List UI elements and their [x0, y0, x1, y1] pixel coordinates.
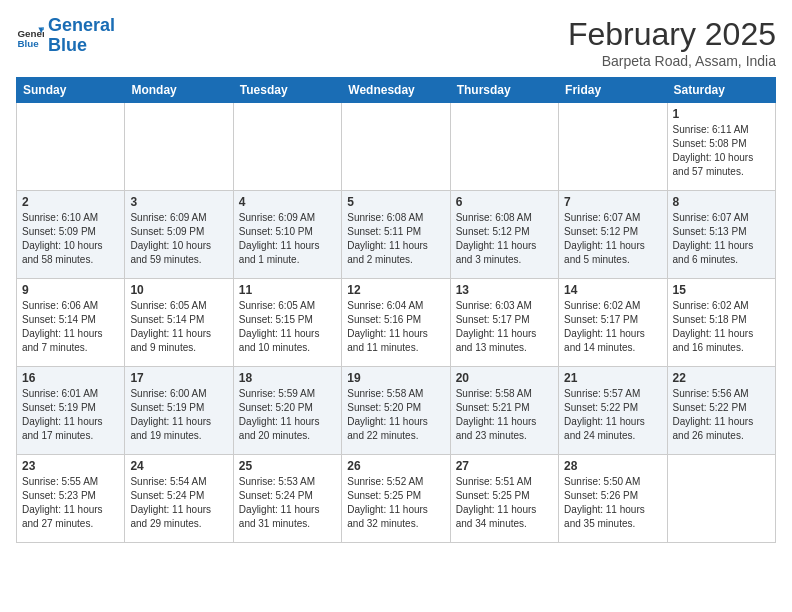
day-info: Sunrise: 5:57 AM Sunset: 5:22 PM Dayligh… [564, 387, 661, 443]
day-info: Sunrise: 5:54 AM Sunset: 5:24 PM Dayligh… [130, 475, 227, 531]
day-header-friday: Friday [559, 78, 667, 103]
day-cell: 8Sunrise: 6:07 AM Sunset: 5:13 PM Daylig… [667, 191, 775, 279]
day-cell: 19Sunrise: 5:58 AM Sunset: 5:20 PM Dayli… [342, 367, 450, 455]
day-header-wednesday: Wednesday [342, 78, 450, 103]
day-info: Sunrise: 6:09 AM Sunset: 5:09 PM Dayligh… [130, 211, 227, 267]
day-number: 25 [239, 459, 336, 473]
page-header: General Blue GeneralBlue February 2025 B… [16, 16, 776, 69]
day-header-monday: Monday [125, 78, 233, 103]
day-cell: 7Sunrise: 6:07 AM Sunset: 5:12 PM Daylig… [559, 191, 667, 279]
day-cell: 23Sunrise: 5:55 AM Sunset: 5:23 PM Dayli… [17, 455, 125, 543]
day-cell: 2Sunrise: 6:10 AM Sunset: 5:09 PM Daylig… [17, 191, 125, 279]
day-number: 17 [130, 371, 227, 385]
day-cell: 21Sunrise: 5:57 AM Sunset: 5:22 PM Dayli… [559, 367, 667, 455]
day-cell: 28Sunrise: 5:50 AM Sunset: 5:26 PM Dayli… [559, 455, 667, 543]
logo-icon: General Blue [16, 22, 44, 50]
svg-text:Blue: Blue [17, 38, 39, 49]
day-info: Sunrise: 6:05 AM Sunset: 5:14 PM Dayligh… [130, 299, 227, 355]
day-cell: 17Sunrise: 6:00 AM Sunset: 5:19 PM Dayli… [125, 367, 233, 455]
day-info: Sunrise: 6:01 AM Sunset: 5:19 PM Dayligh… [22, 387, 119, 443]
day-cell: 10Sunrise: 6:05 AM Sunset: 5:14 PM Dayli… [125, 279, 233, 367]
week-row-2: 2Sunrise: 6:10 AM Sunset: 5:09 PM Daylig… [17, 191, 776, 279]
calendar-body: 1Sunrise: 6:11 AM Sunset: 5:08 PM Daylig… [17, 103, 776, 543]
day-number: 11 [239, 283, 336, 297]
day-info: Sunrise: 6:10 AM Sunset: 5:09 PM Dayligh… [22, 211, 119, 267]
calendar-header-row: SundayMondayTuesdayWednesdayThursdayFrid… [17, 78, 776, 103]
day-info: Sunrise: 6:02 AM Sunset: 5:17 PM Dayligh… [564, 299, 661, 355]
day-header-tuesday: Tuesday [233, 78, 341, 103]
day-cell: 4Sunrise: 6:09 AM Sunset: 5:10 PM Daylig… [233, 191, 341, 279]
day-number: 14 [564, 283, 661, 297]
day-info: Sunrise: 6:05 AM Sunset: 5:15 PM Dayligh… [239, 299, 336, 355]
day-number: 8 [673, 195, 770, 209]
day-number: 19 [347, 371, 444, 385]
day-info: Sunrise: 6:06 AM Sunset: 5:14 PM Dayligh… [22, 299, 119, 355]
day-cell [342, 103, 450, 191]
day-cell [17, 103, 125, 191]
day-cell: 5Sunrise: 6:08 AM Sunset: 5:11 PM Daylig… [342, 191, 450, 279]
day-number: 12 [347, 283, 444, 297]
day-number: 20 [456, 371, 553, 385]
day-info: Sunrise: 6:03 AM Sunset: 5:17 PM Dayligh… [456, 299, 553, 355]
day-cell: 26Sunrise: 5:52 AM Sunset: 5:25 PM Dayli… [342, 455, 450, 543]
day-cell: 6Sunrise: 6:08 AM Sunset: 5:12 PM Daylig… [450, 191, 558, 279]
day-info: Sunrise: 6:04 AM Sunset: 5:16 PM Dayligh… [347, 299, 444, 355]
day-number: 23 [22, 459, 119, 473]
day-info: Sunrise: 5:52 AM Sunset: 5:25 PM Dayligh… [347, 475, 444, 531]
day-cell: 16Sunrise: 6:01 AM Sunset: 5:19 PM Dayli… [17, 367, 125, 455]
day-cell: 12Sunrise: 6:04 AM Sunset: 5:16 PM Dayli… [342, 279, 450, 367]
day-number: 22 [673, 371, 770, 385]
day-cell: 22Sunrise: 5:56 AM Sunset: 5:22 PM Dayli… [667, 367, 775, 455]
day-number: 1 [673, 107, 770, 121]
day-cell: 9Sunrise: 6:06 AM Sunset: 5:14 PM Daylig… [17, 279, 125, 367]
day-cell [233, 103, 341, 191]
day-info: Sunrise: 6:09 AM Sunset: 5:10 PM Dayligh… [239, 211, 336, 267]
day-cell: 15Sunrise: 6:02 AM Sunset: 5:18 PM Dayli… [667, 279, 775, 367]
day-cell: 27Sunrise: 5:51 AM Sunset: 5:25 PM Dayli… [450, 455, 558, 543]
day-cell: 14Sunrise: 6:02 AM Sunset: 5:17 PM Dayli… [559, 279, 667, 367]
day-info: Sunrise: 5:50 AM Sunset: 5:26 PM Dayligh… [564, 475, 661, 531]
day-info: Sunrise: 6:07 AM Sunset: 5:13 PM Dayligh… [673, 211, 770, 267]
day-info: Sunrise: 6:00 AM Sunset: 5:19 PM Dayligh… [130, 387, 227, 443]
day-number: 10 [130, 283, 227, 297]
day-info: Sunrise: 5:58 AM Sunset: 5:20 PM Dayligh… [347, 387, 444, 443]
day-number: 5 [347, 195, 444, 209]
day-cell [667, 455, 775, 543]
day-cell: 24Sunrise: 5:54 AM Sunset: 5:24 PM Dayli… [125, 455, 233, 543]
day-number: 26 [347, 459, 444, 473]
day-cell: 11Sunrise: 6:05 AM Sunset: 5:15 PM Dayli… [233, 279, 341, 367]
day-info: Sunrise: 6:07 AM Sunset: 5:12 PM Dayligh… [564, 211, 661, 267]
day-number: 28 [564, 459, 661, 473]
day-header-sunday: Sunday [17, 78, 125, 103]
day-number: 15 [673, 283, 770, 297]
week-row-5: 23Sunrise: 5:55 AM Sunset: 5:23 PM Dayli… [17, 455, 776, 543]
day-cell: 18Sunrise: 5:59 AM Sunset: 5:20 PM Dayli… [233, 367, 341, 455]
day-number: 4 [239, 195, 336, 209]
day-cell [450, 103, 558, 191]
week-row-3: 9Sunrise: 6:06 AM Sunset: 5:14 PM Daylig… [17, 279, 776, 367]
day-cell: 1Sunrise: 6:11 AM Sunset: 5:08 PM Daylig… [667, 103, 775, 191]
day-cell [125, 103, 233, 191]
day-info: Sunrise: 6:08 AM Sunset: 5:12 PM Dayligh… [456, 211, 553, 267]
day-info: Sunrise: 5:56 AM Sunset: 5:22 PM Dayligh… [673, 387, 770, 443]
location: Barpeta Road, Assam, India [568, 53, 776, 69]
calendar-table: SundayMondayTuesdayWednesdayThursdayFrid… [16, 77, 776, 543]
day-number: 27 [456, 459, 553, 473]
day-number: 21 [564, 371, 661, 385]
day-cell: 3Sunrise: 6:09 AM Sunset: 5:09 PM Daylig… [125, 191, 233, 279]
day-cell: 20Sunrise: 5:58 AM Sunset: 5:21 PM Dayli… [450, 367, 558, 455]
day-number: 18 [239, 371, 336, 385]
day-number: 16 [22, 371, 119, 385]
day-info: Sunrise: 6:11 AM Sunset: 5:08 PM Dayligh… [673, 123, 770, 179]
day-cell: 13Sunrise: 6:03 AM Sunset: 5:17 PM Dayli… [450, 279, 558, 367]
week-row-4: 16Sunrise: 6:01 AM Sunset: 5:19 PM Dayli… [17, 367, 776, 455]
day-number: 3 [130, 195, 227, 209]
day-cell [559, 103, 667, 191]
day-info: Sunrise: 5:55 AM Sunset: 5:23 PM Dayligh… [22, 475, 119, 531]
logo-text: GeneralBlue [48, 16, 115, 56]
day-number: 13 [456, 283, 553, 297]
day-info: Sunrise: 5:53 AM Sunset: 5:24 PM Dayligh… [239, 475, 336, 531]
title-block: February 2025 Barpeta Road, Assam, India [568, 16, 776, 69]
day-number: 7 [564, 195, 661, 209]
day-info: Sunrise: 6:02 AM Sunset: 5:18 PM Dayligh… [673, 299, 770, 355]
